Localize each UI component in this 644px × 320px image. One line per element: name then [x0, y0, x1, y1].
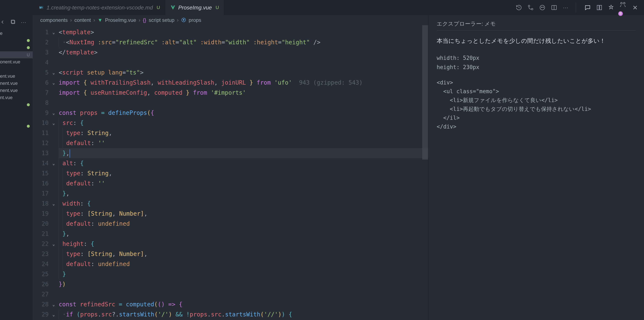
file-name: onent.vue — [0, 59, 20, 65]
file-item[interactable]: U — [0, 51, 33, 58]
markdown-icon — [38, 5, 44, 10]
editor-pane: components › content › ▼ ProseImg.vue › … — [33, 15, 428, 320]
accounts-icon[interactable]: 8 — [620, 1, 626, 14]
code-line[interactable]: }, — [59, 148, 428, 158]
file-name — [0, 102, 1, 107]
svg-point-1 — [532, 9, 533, 10]
crumb[interactable]: ProseImg.vue — [105, 17, 136, 23]
code-line[interactable]: } — [59, 269, 428, 279]
file-item[interactable]: ent.vue — [0, 73, 33, 80]
file-name — [0, 38, 1, 43]
tab[interactable]: 1.creating-temp-notes-extension-vscode.m… — [34, 0, 165, 15]
svg-point-2 — [540, 5, 545, 10]
code-line[interactable] — [59, 289, 428, 299]
file-name: e — [0, 31, 2, 36]
breadcrumbs[interactable]: components › content › ▼ ProseImg.vue › … — [33, 15, 428, 25]
file-name — [0, 109, 1, 115]
fold-column[interactable] — [51, 25, 56, 320]
code-line[interactable]: </template> — [59, 48, 428, 58]
crumb[interactable]: components — [40, 17, 68, 23]
code-line[interactable]: import { withTrailingSlash, withLeadingS… — [59, 78, 428, 88]
file-item[interactable]: nt.vue — [0, 94, 33, 101]
code-line[interactable]: const refinedSrc = computed(() => { — [59, 299, 428, 309]
file-item[interactable] — [0, 44, 33, 51]
notification-badge: 8 — [618, 11, 623, 16]
svg-point-3 — [541, 7, 542, 8]
modified-dot-icon — [27, 125, 30, 128]
braces-icon: {} — [143, 17, 146, 23]
file-name — [0, 116, 1, 122]
code-line[interactable]: }) — [59, 279, 428, 289]
tab-label: 1.creating-temp-notes-extension-vscode.m… — [46, 5, 153, 11]
code-line[interactable]: }, — [59, 229, 428, 239]
code-line[interactable]: ·if (props.src?.startsWith('/') && !prop… — [59, 309, 428, 319]
scrollbar[interactable] — [422, 25, 428, 159]
crumb[interactable]: content — [74, 17, 91, 23]
line-gutter[interactable]: 1234567891011121314151617181920212223242… — [33, 25, 51, 320]
code-line[interactable]: default: '' — [59, 179, 428, 189]
code-line[interactable]: type: [String, Number], — [59, 249, 428, 259]
code-line[interactable]: type: String, — [59, 128, 428, 138]
code-line[interactable]: default: undefined — [59, 259, 428, 269]
copilot-icon[interactable] — [539, 4, 546, 11]
file-item[interactable] — [0, 66, 33, 73]
more-rail-icon[interactable]: ··· — [21, 19, 27, 26]
code-line[interactable]: default: undefined — [59, 219, 428, 229]
code-line[interactable]: ·<NuxtImg :src="refinedSrc" :alt="alt" :… — [59, 37, 428, 48]
code-line[interactable]: alt: { — [59, 158, 428, 169]
code-line[interactable]: <script setup lang="ts"> — [59, 68, 428, 78]
side-panel: エクスプローラー: メモ 本当にちょっとしたメモを少しの間だけ残したいことが多い… — [428, 15, 644, 320]
panel-title: エクスプローラー: メモ — [437, 20, 496, 28]
svg-point-4 — [543, 7, 544, 8]
vue-icon: ▼ — [98, 17, 102, 23]
code-line[interactable]: type: [String, Number], — [59, 209, 428, 219]
file-item[interactable] — [0, 101, 33, 108]
memo-body: 本当にちょっとしたメモを少しの間だけ残したいことが多い！ — [437, 37, 636, 45]
code-area[interactable]: <template> ·<NuxtImg :src="refinedSrc" :… — [56, 25, 428, 320]
code-line[interactable]: import { useRuntimeConfig, computed } fr… — [59, 88, 428, 98]
git-status: U — [27, 53, 30, 57]
modified-dot-icon — [27, 39, 30, 42]
git-status: U — [156, 5, 160, 10]
modified-dot-icon — [27, 103, 30, 106]
book-icon[interactable] — [596, 4, 603, 11]
code-line[interactable]: height: { — [59, 239, 428, 249]
crumb[interactable]: script setup — [149, 17, 174, 23]
code-line[interactable]: type: String, — [59, 169, 428, 179]
file-item[interactable]: nent.vue — [0, 80, 33, 87]
close-panel-icon[interactable]: ✕ — [628, 4, 644, 11]
file-item[interactable]: onent.vue — [0, 58, 33, 66]
split-icon[interactable] — [550, 4, 558, 11]
save-all-icon[interactable] — [10, 19, 17, 26]
chat-icon[interactable] — [584, 4, 591, 11]
tabs: 1.creating-temp-notes-extension-vscode.m… — [34, 0, 509, 15]
feedback-icon[interactable] — [608, 4, 614, 11]
code-line[interactable]: <template> — [59, 27, 428, 37]
panel-actions: 8 — [576, 2, 628, 13]
code-line[interactable]: }, — [59, 189, 428, 199]
explorer-collapse-icon[interactable] — [0, 19, 6, 26]
chevron-right-icon: › — [93, 17, 95, 23]
file-item[interactable] — [0, 37, 33, 44]
file-name: ent.vue — [0, 74, 15, 79]
file-item[interactable] — [0, 108, 33, 115]
file-item[interactable]: e — [0, 30, 33, 37]
code-line[interactable]: width: { — [59, 199, 428, 209]
tab[interactable]: ProseImg.vueU — [165, 0, 224, 15]
history-icon[interactable] — [515, 4, 522, 11]
code-line[interactable] — [59, 58, 428, 68]
code-line[interactable]: default: '' — [59, 138, 428, 148]
compare-icon[interactable] — [527, 4, 534, 11]
memo-code: <div> <ul class="memo"> <li>新規ファイルを作らなくて… — [437, 78, 636, 131]
file-item[interactable]: nent.vue — [0, 87, 33, 94]
file-item[interactable] — [0, 115, 33, 123]
more-icon[interactable]: ··· — [562, 4, 569, 11]
file-item[interactable] — [0, 123, 33, 130]
file-name: nent.vue — [0, 81, 18, 86]
crumb[interactable]: props — [189, 17, 201, 23]
code-line[interactable]: src: { — [59, 118, 428, 128]
code-line[interactable] — [59, 98, 428, 108]
chevron-right-icon: › — [177, 17, 178, 23]
code-line[interactable]: const props = defineProps({ — [59, 108, 428, 118]
file-rail: ··· e Uonent.vue ent.vuenent.vuenent.vue… — [0, 15, 33, 320]
